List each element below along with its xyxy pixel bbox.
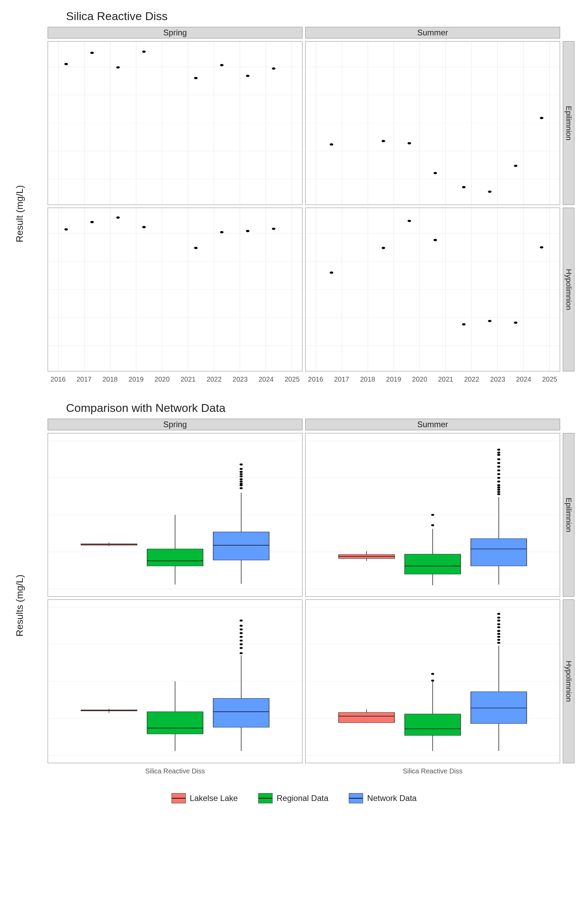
x-tick: 2023 <box>490 375 505 383</box>
svg-point-112 <box>239 481 242 483</box>
svg-point-207 <box>497 613 500 615</box>
facet-row-strip: Hypolimnion <box>563 208 574 371</box>
svg-point-150 <box>497 454 500 456</box>
svg-point-15 <box>64 63 68 65</box>
x-tick: 2017 <box>334 375 349 383</box>
legend-label: Network Data <box>367 794 417 803</box>
svg-point-173 <box>239 640 242 642</box>
svg-point-40 <box>408 142 411 145</box>
x-tick: 2019 <box>386 375 402 383</box>
svg-point-20 <box>220 64 223 66</box>
scatter-panel: 4.04.55.05.56.0 <box>48 41 302 205</box>
legend-swatch <box>349 793 363 803</box>
svg-rect-164 <box>147 712 203 734</box>
legend: Lakelse LakeRegional DataNetwork Data <box>14 793 574 803</box>
svg-point-172 <box>239 643 242 645</box>
box-panel <box>305 433 560 597</box>
svg-point-193 <box>431 673 434 675</box>
x-tick: 2025 <box>542 375 557 383</box>
svg-point-88 <box>462 323 465 326</box>
svg-point-206 <box>497 616 500 619</box>
svg-point-45 <box>540 117 543 119</box>
svg-point-63 <box>116 217 120 219</box>
svg-point-117 <box>239 468 242 470</box>
x-tick: 2025 <box>284 375 300 383</box>
svg-point-132 <box>431 524 434 526</box>
x-tick: 2024 <box>258 375 274 383</box>
svg-point-65 <box>194 247 197 249</box>
svg-point-198 <box>497 642 500 644</box>
facet-col-strip: Summer <box>305 27 560 39</box>
legend-label: Regional Data <box>277 794 328 803</box>
svg-point-141 <box>497 487 500 488</box>
x-tick: 2024 <box>516 375 531 383</box>
svg-point-109 <box>239 487 242 489</box>
x-cat-label: Silica Reactive Diss <box>145 767 205 775</box>
svg-rect-196 <box>471 692 527 724</box>
svg-point-42 <box>462 186 465 188</box>
box-panel: 05101520 <box>48 433 302 597</box>
x-tick: 2020 <box>412 375 427 383</box>
svg-rect-130 <box>405 554 460 574</box>
box-ylabel: Results (mg/L) <box>14 575 25 637</box>
legend-item: Regional Data <box>258 793 328 803</box>
svg-point-151 <box>497 452 500 454</box>
box-panel <box>305 600 560 763</box>
svg-point-171 <box>239 647 242 649</box>
svg-point-19 <box>194 77 197 79</box>
facet-row-strip: Hypolimnion <box>563 600 574 763</box>
svg-point-144 <box>497 477 500 479</box>
svg-point-146 <box>497 469 500 472</box>
svg-rect-190 <box>405 714 460 735</box>
facet-col-strip: Summer <box>305 419 560 430</box>
svg-point-202 <box>497 630 500 632</box>
svg-point-115 <box>239 473 242 475</box>
svg-point-175 <box>239 632 242 634</box>
facet-col-strip: Spring <box>48 27 302 39</box>
svg-rect-103 <box>147 549 203 566</box>
svg-point-16 <box>90 52 94 54</box>
svg-point-62 <box>90 221 94 223</box>
svg-point-118 <box>239 464 242 466</box>
svg-point-87 <box>433 239 437 241</box>
svg-point-38 <box>330 143 333 146</box>
x-cat-label: Silica Reactive Diss <box>403 767 463 775</box>
svg-point-85 <box>381 247 385 249</box>
x-tick: 2016 <box>50 375 66 383</box>
scatter-panel <box>305 41 560 205</box>
svg-point-170 <box>239 652 242 654</box>
svg-point-68 <box>272 228 275 230</box>
svg-point-140 <box>497 489 500 491</box>
svg-point-84 <box>330 272 333 274</box>
svg-point-152 <box>497 449 500 451</box>
svg-point-178 <box>239 619 242 622</box>
scatter-title: Silica Reactive Diss <box>66 10 574 23</box>
svg-rect-107 <box>213 532 269 560</box>
box-panel: 05101520 <box>48 600 302 763</box>
svg-point-143 <box>497 481 500 483</box>
svg-point-204 <box>497 623 500 625</box>
svg-rect-136 <box>471 538 527 566</box>
svg-point-203 <box>497 626 500 628</box>
svg-point-89 <box>488 320 491 322</box>
x-tick: 2020 <box>155 375 170 383</box>
svg-point-44 <box>514 165 517 167</box>
svg-point-205 <box>497 619 500 622</box>
svg-point-67 <box>246 230 249 232</box>
svg-point-199 <box>497 639 500 641</box>
legend-label: Lakelse Lake <box>190 794 238 803</box>
svg-point-174 <box>239 636 242 638</box>
svg-point-41 <box>433 172 437 174</box>
svg-point-138 <box>497 493 500 495</box>
svg-point-17 <box>116 66 120 69</box>
svg-point-86 <box>408 220 411 222</box>
svg-point-201 <box>497 633 500 635</box>
x-tick: 2016 <box>308 375 323 383</box>
svg-point-22 <box>272 67 275 70</box>
svg-point-64 <box>142 226 145 228</box>
svg-point-43 <box>488 191 491 193</box>
x-tick: 2018 <box>102 375 118 383</box>
x-tick: 2022 <box>464 375 480 383</box>
svg-point-113 <box>239 478 242 480</box>
x-tick: 2022 <box>207 375 222 383</box>
